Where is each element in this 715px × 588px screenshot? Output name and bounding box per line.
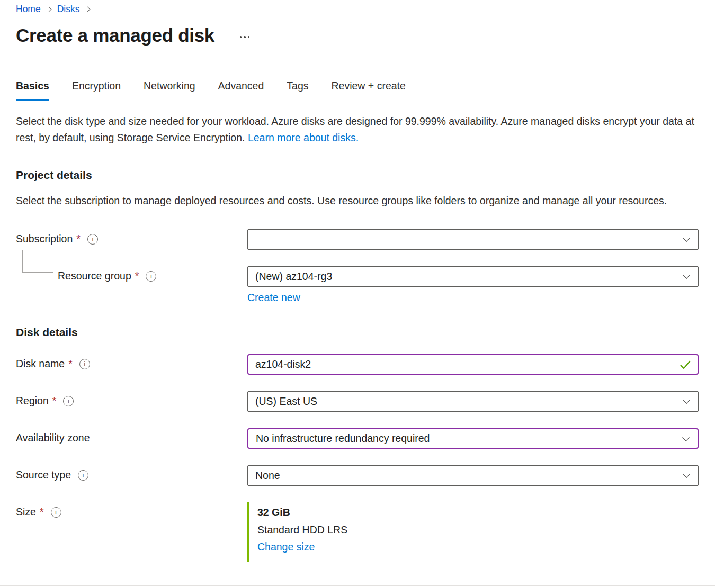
required-marker: * <box>68 358 73 370</box>
tab-advanced[interactable]: Advanced <box>218 80 264 101</box>
region-row: Region * i (US) East US <box>16 391 703 412</box>
source-type-label: Source type <box>16 469 71 481</box>
disk-details-heading: Disk details <box>16 326 703 339</box>
create-managed-disk-page: Home Disks Create a managed disk Basics … <box>0 0 715 562</box>
basics-form: Subscription * i Resource group * i <box>16 229 703 562</box>
breadcrumb-disks-link[interactable]: Disks <box>57 4 80 15</box>
learn-more-link[interactable]: Learn more about disks. <box>248 132 359 143</box>
disk-name-label-col: Disk name * i <box>16 354 247 370</box>
tab-networking[interactable]: Networking <box>144 80 195 101</box>
resource-group-row: Resource group * i (New) az104-rg3 Creat… <box>16 266 703 304</box>
chevron-down-icon <box>682 434 690 441</box>
resource-group-value: (New) az104-rg3 <box>255 270 332 283</box>
project-details-heading: Project details <box>16 169 703 182</box>
size-summary: 32 GiB Standard HDD LRS Change size <box>247 502 699 562</box>
breadcrumb: Home Disks <box>16 2 703 16</box>
region-label: Region <box>16 395 49 407</box>
info-icon[interactable]: i <box>51 507 61 518</box>
subscription-label: Subscription <box>16 233 73 245</box>
availability-zone-label-col: Availability zone <box>16 428 247 444</box>
availability-zone-dropdown[interactable]: No infrastructure redundancy required <box>247 428 699 449</box>
resource-group-label-col: Resource group * i <box>16 266 247 282</box>
breadcrumb-separator-icon <box>46 7 51 12</box>
create-new-resource-group-link[interactable]: Create new <box>247 292 300 304</box>
more-options-icon[interactable] <box>240 36 250 38</box>
source-type-value: None <box>255 469 280 482</box>
bottom-divider <box>0 585 715 586</box>
subscription-label-col: Subscription * i <box>16 229 247 245</box>
size-label-col: Size * i <box>16 502 247 518</box>
subscription-dropdown[interactable] <box>247 229 699 250</box>
tab-review-create[interactable]: Review + create <box>332 80 406 101</box>
disk-name-label: Disk name <box>16 358 65 370</box>
availability-zone-label: Availability zone <box>16 432 90 444</box>
tab-basics[interactable]: Basics <box>16 80 49 101</box>
required-marker: * <box>135 270 139 282</box>
chevron-down-icon <box>683 272 690 279</box>
child-connector-line <box>22 250 53 273</box>
required-marker: * <box>52 395 57 407</box>
source-type-row: Source type i None <box>16 465 703 486</box>
info-icon[interactable]: i <box>79 359 90 369</box>
valid-check-icon <box>679 358 692 373</box>
page-title: Create a managed disk <box>16 25 215 46</box>
info-icon[interactable]: i <box>146 271 156 282</box>
resource-group-dropdown[interactable]: (New) az104-rg3 <box>247 266 699 287</box>
info-icon[interactable]: i <box>78 470 88 481</box>
size-row: Size * i 32 GiB Standard HDD LRS Change … <box>16 502 703 562</box>
source-type-dropdown[interactable]: None <box>247 465 699 486</box>
breadcrumb-separator-icon <box>85 7 91 12</box>
change-size-link[interactable]: Change size <box>257 541 315 553</box>
size-sku: Standard HDD LRS <box>257 524 699 536</box>
resource-group-label: Resource group <box>58 270 131 282</box>
chevron-down-icon <box>683 234 690 242</box>
tab-tags[interactable]: Tags <box>287 80 308 101</box>
intro-text: Select the disk type and size needed for… <box>16 113 700 146</box>
tab-encryption[interactable]: Encryption <box>72 80 121 101</box>
size-label: Size <box>16 506 36 518</box>
wizard-tabs: Basics Encryption Networking Advanced Ta… <box>16 80 703 101</box>
source-type-label-col: Source type i <box>16 465 247 481</box>
region-label-col: Region * i <box>16 391 247 407</box>
chevron-down-icon <box>683 396 690 404</box>
region-value: (US) East US <box>255 395 317 408</box>
required-marker: * <box>40 506 44 518</box>
region-dropdown[interactable]: (US) East US <box>247 391 699 412</box>
chevron-down-icon <box>683 471 690 478</box>
breadcrumb-home-link[interactable]: Home <box>16 4 41 15</box>
info-icon[interactable]: i <box>63 396 74 406</box>
availability-zone-value: No infrastructure redundancy required <box>256 432 430 445</box>
availability-zone-row: Availability zone No infrastructure redu… <box>16 428 703 449</box>
size-value: 32 GiB <box>257 503 699 519</box>
disk-name-row: Disk name * i <box>16 354 703 375</box>
info-icon[interactable]: i <box>87 234 98 245</box>
project-details-description: Select the subscription to manage deploy… <box>16 193 691 209</box>
required-marker: * <box>76 233 81 245</box>
disk-name-input[interactable] <box>247 354 699 375</box>
subscription-row: Subscription * i <box>16 229 703 250</box>
title-row: Create a managed disk <box>16 25 703 46</box>
